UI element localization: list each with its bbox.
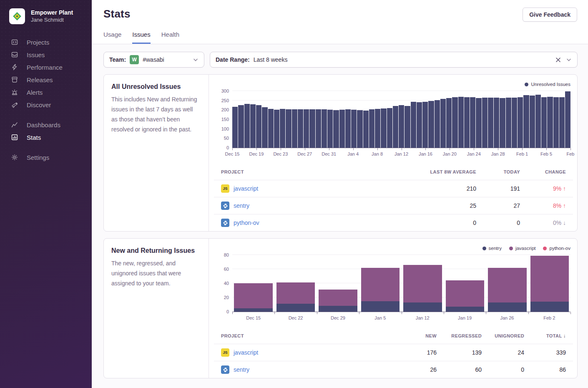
unresolved-issues-bar[interactable] [369,109,374,148]
unresolved-issues-bar[interactable] [476,98,481,148]
unresolved-issues-bar[interactable] [292,109,297,148]
unresolved-issues-bar[interactable] [304,109,309,148]
tab-usage[interactable]: Usage [103,31,121,44]
unresolved-issues-bar[interactable] [250,104,256,148]
x-axis-tick-label: Dec 27 [297,151,312,156]
project-link-sentry[interactable]: sentry [234,202,249,209]
unresolved-issues-bar[interactable] [559,97,565,148]
unresolved-issues-bar[interactable] [541,97,547,148]
column-header-regressed: REGRESSED [444,333,489,338]
unresolved-issues-bar[interactable] [399,105,404,148]
stacked-bar-dec-29[interactable] [317,255,359,312]
y-axis-tick-label: 20 [224,295,229,300]
clear-date-range-icon[interactable] [554,55,562,64]
sidebar-item-issues[interactable]: Issues [0,48,92,61]
unresolved-issues-bar[interactable] [345,109,351,148]
stacked-bar-jan-5[interactable] [359,255,402,312]
unresolved-issues-bar[interactable] [518,97,523,148]
sidebar-item-performance[interactable]: Performance [0,61,92,73]
legend-item-sentry[interactable]: sentry [482,244,502,252]
unresolved-issues-bar[interactable] [565,91,570,148]
unresolved-issues-bar[interactable] [280,109,285,148]
unresolved-issues-bar[interactable] [411,102,416,148]
stacked-bar-jan-26[interactable] [486,255,528,312]
unresolved-issues-bar[interactable] [464,97,470,148]
unresolved-issues-bar[interactable] [553,97,559,148]
project-link-sentry[interactable]: sentry [234,366,249,373]
stacked-bar-jan-12[interactable] [402,255,444,312]
unresolved-issues-bar[interactable] [256,105,261,148]
sidebar-item-releases[interactable]: Releases [0,73,92,86]
unresolved-issues-bar[interactable] [405,106,410,148]
unresolved-issues-bar[interactable] [232,107,238,148]
stacked-bar-feb-2[interactable] [529,255,571,312]
unresolved-issues-bar[interactable] [327,110,333,148]
unresolved-issues-bar[interactable] [357,110,362,148]
unresolved-issues-bar[interactable] [422,102,428,148]
unresolved-issues-bar[interactable] [523,95,529,148]
unresolved-issues-bar[interactable] [393,106,398,148]
sidebar-item-projects[interactable]: Projects [0,36,92,48]
unresolved-issues-bar[interactable] [446,98,452,148]
legend-item-javascript[interactable]: javascript [509,244,536,252]
sidebar-item-label: Dashboards [27,121,60,128]
give-feedback-button[interactable]: Give Feedback [523,8,577,22]
unresolved-issues-panel: All Unresolved Issues This includes New … [103,74,578,232]
unresolved-issues-bar[interactable] [547,97,553,148]
unresolved-issues-bar[interactable] [488,98,493,148]
unresolved-issues-bar[interactable] [274,110,279,148]
stacked-bar-jan-19[interactable] [444,255,486,312]
x-axis-tick-label: Jan 24 [467,151,481,156]
date-range-select[interactable]: Date Range: Last 8 weeks [210,52,578,68]
unresolved-issues-bar[interactable] [387,108,392,148]
unresolved-issues-bar[interactable] [262,107,267,148]
unresolved-issues-bar[interactable] [458,97,464,148]
project-link-javascript[interactable]: javascript [234,185,258,192]
unresolved-issues-bar[interactable] [470,97,475,148]
unresolved-issues-bar[interactable] [322,109,327,148]
legend-item-unresolved-issues[interactable]: Unresolved Issues [525,81,570,88]
unresolved-issues-bar[interactable] [339,110,345,148]
unresolved-issues-bar[interactable] [440,99,446,148]
unresolved-issues-bar[interactable] [351,110,357,148]
project-link-python-ov[interactable]: python-ov [234,219,259,226]
unresolved-issues-bar[interactable] [500,98,505,148]
unresolved-issues-bar[interactable] [238,105,244,148]
unresolved-issues-bar[interactable] [494,98,499,148]
stacked-bar-dec-15[interactable] [232,255,274,312]
stacked-bar-dec-22[interactable] [275,255,317,312]
unresolved-issues-bar[interactable] [482,98,487,148]
unresolved-issues-bar[interactable] [316,109,321,148]
unresolved-issues-bar[interactable] [375,109,380,148]
unresolved-issues-bar[interactable] [506,98,511,148]
unresolved-issues-bar[interactable] [309,109,315,148]
sidebar-item-discover[interactable]: Discover [0,98,92,111]
unresolved-issues-bar[interactable] [381,108,386,148]
unresolved-issues-bar[interactable] [333,110,339,148]
sidebar-item-stats[interactable]: Stats [0,131,92,144]
unresolved-issues-bar[interactable] [417,102,422,148]
project-link-javascript[interactable]: javascript [234,349,258,356]
tab-issues[interactable]: Issues [132,31,150,44]
team-select[interactable]: Team: W #wasabi [103,52,204,68]
unresolved-issues-bar[interactable] [428,101,434,148]
unresolved-issues-bar[interactable] [268,109,274,148]
sidebar-item-dashboards[interactable]: Dashboards [0,118,92,131]
org-switcher[interactable]: Empower Plant Jane Schmidt [0,0,92,33]
y-axis-tick-label: 50 [224,136,229,141]
y-axis-tick-label: 150 [221,117,229,122]
tab-health[interactable]: Health [161,31,179,44]
column-header-total[interactable]: TOTAL↓ [531,333,573,339]
unresolved-issues-bar[interactable] [286,109,291,148]
legend-item-python-ov[interactable]: python-ov [543,244,570,252]
unresolved-issues-bar[interactable] [363,111,369,148]
sidebar-item-alerts[interactable]: Alerts [0,86,92,98]
sidebar-item-settings[interactable]: Settings [0,151,92,164]
unresolved-issues-bar[interactable] [535,95,541,148]
unresolved-issues-bar[interactable] [530,96,535,148]
unresolved-issues-bar[interactable] [244,104,250,148]
unresolved-issues-bar[interactable] [512,98,517,148]
unresolved-issues-bar[interactable] [452,97,457,148]
unresolved-issues-bar[interactable] [435,100,440,148]
unresolved-issues-bar[interactable] [298,109,303,148]
